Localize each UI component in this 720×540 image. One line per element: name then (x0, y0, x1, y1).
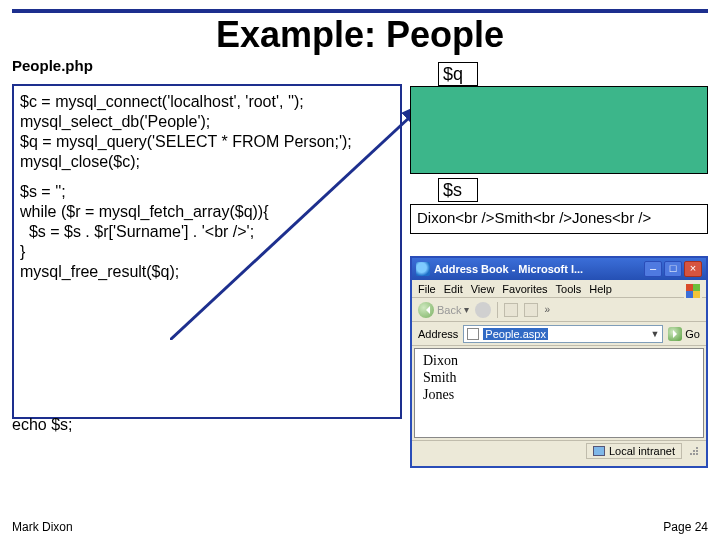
maximize-button[interactable]: □ (664, 261, 682, 277)
code-line-echo: echo $s; (12, 416, 72, 434)
menu-help[interactable]: Help (589, 283, 612, 295)
go-label: Go (685, 328, 700, 340)
output-line: Dixon (423, 353, 695, 370)
code-line: mysql_select_db('People'); (20, 112, 394, 132)
stop-icon[interactable] (504, 303, 518, 317)
menu-favorites[interactable]: Favorites (502, 283, 547, 295)
footer-page: Page 24 (663, 520, 708, 534)
source-filename: People.php (12, 58, 94, 75)
close-button[interactable]: × (684, 261, 702, 277)
code-line: mysql_free_result($q); (20, 262, 394, 282)
toolbar-overflow-icon[interactable]: » (544, 304, 550, 315)
go-arrow-icon (668, 327, 682, 341)
address-label: Address (418, 328, 458, 340)
address-input[interactable]: People.aspx ▼ (463, 325, 663, 343)
slide-title: Example: People (0, 14, 720, 56)
page-icon (467, 328, 479, 340)
browser-addressbar: Address People.aspx ▼ Go (412, 322, 706, 346)
chevron-down-icon: ▾ (464, 304, 469, 315)
browser-window: Address Book - Microsoft I... – □ × File… (410, 256, 708, 468)
menu-tools[interactable]: Tools (556, 283, 582, 295)
back-arrow-icon (418, 302, 434, 318)
output-line: Smith (423, 370, 695, 387)
code-line: $c = mysql_connect('localhost', 'root', … (20, 92, 394, 112)
q-result-box (410, 86, 708, 174)
address-value: People.aspx (483, 328, 548, 340)
minimize-button[interactable]: – (644, 261, 662, 277)
code-line: mysql_close($c); (20, 152, 394, 172)
windows-flag-icon (684, 282, 702, 300)
output-line: Jones (423, 387, 695, 404)
menu-edit[interactable]: Edit (444, 283, 463, 295)
toolbar-separator (497, 302, 498, 318)
footer-author: Mark Dixon (12, 520, 73, 534)
browser-titlebar: Address Book - Microsoft I... – □ × (412, 258, 706, 280)
address-dropdown-icon[interactable]: ▼ (650, 329, 659, 339)
menu-view[interactable]: View (471, 283, 495, 295)
browser-viewport: Dixon Smith Jones (414, 348, 704, 438)
resize-grip-icon[interactable] (688, 445, 700, 457)
browser-title: Address Book - Microsoft I... (434, 263, 640, 275)
code-line: } (20, 242, 394, 262)
back-button[interactable]: Back ▾ (418, 302, 469, 318)
code-line: $q = mysql_query('SELECT * FROM Person;'… (20, 132, 394, 152)
browser-menubar: File Edit View Favorites Tools Help (412, 280, 706, 298)
zone-icon (593, 446, 605, 456)
ie-icon (416, 262, 430, 276)
forward-button[interactable] (475, 302, 491, 318)
label-s: $s (438, 178, 478, 202)
browser-toolbar: Back ▾ » (412, 298, 706, 322)
back-label: Back (437, 304, 461, 316)
label-q: $q (438, 62, 478, 86)
zone-label: Local intranet (609, 445, 675, 457)
browser-statusbar: Local intranet (412, 440, 706, 460)
go-button[interactable]: Go (668, 327, 700, 341)
code-line: while ($r = mysql_fetch_array($q)){ (20, 202, 394, 222)
code-box: $c = mysql_connect('localhost', 'root', … (12, 84, 402, 419)
refresh-icon[interactable] (524, 303, 538, 317)
code-line: $s = ''; (20, 182, 394, 202)
top-rule (12, 9, 708, 13)
code-line: $s = $s . $r['Surname'] . '<br />'; (20, 222, 394, 242)
s-value-box: Dixon<br />Smith<br />Jones<br /> (410, 204, 708, 234)
menu-file[interactable]: File (418, 283, 436, 295)
